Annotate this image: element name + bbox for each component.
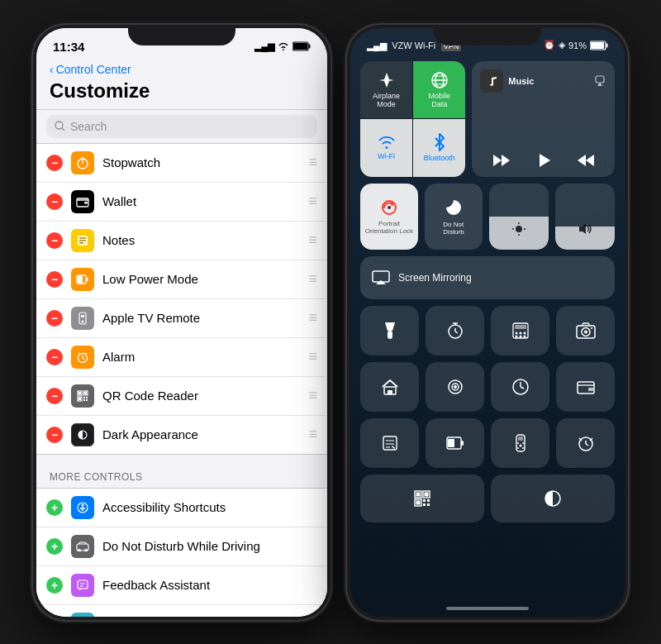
item-label: Feedback Assistant [102, 578, 317, 592]
svg-rect-57 [591, 42, 604, 49]
flashlight-tile[interactable] [360, 306, 419, 355]
list-item[interactable]: − Dark Appearance ≡ [36, 416, 327, 454]
remove-button[interactable]: − [46, 193, 63, 210]
volume-slider[interactable] [555, 184, 615, 250]
focus-tile[interactable] [426, 362, 484, 412]
list-item[interactable]: + Feedback Assistant [36, 566, 327, 605]
rewind-icon[interactable] [493, 154, 510, 167]
add-button[interactable]: + [46, 577, 63, 594]
timer-tile[interactable] [426, 306, 484, 355]
drag-handle[interactable]: ≡ [308, 426, 317, 443]
remove-button[interactable]: − [46, 232, 63, 249]
add-button[interactable]: + [46, 616, 63, 617]
dark-mode-tile[interactable] [491, 475, 615, 522]
svg-point-92 [519, 335, 521, 337]
list-item[interactable]: − Wallet ≡ [36, 183, 327, 222]
list-item[interactable]: − Stopwatch ≡ [36, 144, 327, 183]
svg-line-105 [521, 387, 524, 389]
dnd-driving-icon [71, 535, 94, 558]
calculator-icon [511, 322, 530, 340]
rotation-lock-tile[interactable]: PortraitOrientation Lock [360, 184, 418, 250]
fastforward-icon[interactable] [578, 154, 594, 167]
camera-tile[interactable] [556, 306, 615, 355]
back-button[interactable]: ‹ Control Center [50, 63, 314, 76]
silent-button[interactable] [347, 25, 350, 48]
drag-handle[interactable]: ≡ [308, 309, 317, 327]
search-placeholder: Search [70, 120, 107, 133]
clock-tile[interactable] [491, 362, 549, 412]
alarm-tile[interactable] [556, 418, 615, 468]
remove-button[interactable]: − [46, 427, 63, 443]
cellular-tile[interactable]: Mobile Data [413, 61, 465, 119]
svg-point-71 [388, 206, 391, 209]
svg-point-42 [84, 549, 88, 551]
included-section: − Stopwatch ≡ − [36, 143, 327, 455]
list-item[interactable]: − QR Code Reader ≡ [36, 377, 327, 416]
wallet-tile[interactable] [556, 362, 615, 412]
apple-tv-icon [71, 307, 94, 330]
play-icon[interactable] [535, 152, 552, 169]
airplane-mode-tile[interactable]: Airplane Mode [360, 61, 412, 119]
remove-button[interactable]: − [46, 310, 63, 327]
battery-percent: 91% [568, 41, 587, 50]
svg-point-72 [516, 226, 522, 232]
wifi-tile[interactable]: Wi-Fi [360, 119, 412, 177]
drag-handle[interactable]: ≡ [308, 270, 317, 288]
guided-access-icon [71, 613, 94, 617]
alarm-status: ⏰ [544, 40, 555, 50]
wallet-icon [71, 190, 94, 213]
list-item[interactable]: + Do Not Disturb While Driving [36, 527, 327, 566]
status-time: 11:34 [53, 40, 84, 54]
remove-button[interactable]: − [46, 271, 63, 288]
svg-line-124 [586, 444, 588, 446]
svg-rect-16 [78, 276, 83, 283]
low-power-icon [71, 268, 94, 291]
drag-handle[interactable]: ≡ [308, 154, 317, 171]
dnd-tile[interactable]: Do NotDisturb [425, 184, 483, 250]
cc-row-4 [360, 306, 615, 355]
bluetooth-icon [434, 133, 445, 151]
svg-point-90 [523, 332, 525, 334]
svg-rect-56 [606, 43, 608, 47]
list-item[interactable]: − Alarm ≡ [36, 338, 327, 377]
settings-scroll[interactable]: − Stopwatch ≡ − [36, 143, 327, 617]
add-button[interactable]: + [46, 538, 63, 555]
svg-marker-79 [385, 322, 395, 331]
home-tile[interactable] [360, 362, 419, 412]
settings-screen: 11:34 ▂▄▆ ‹ Control C [36, 28, 327, 617]
drag-handle[interactable]: ≡ [308, 231, 317, 249]
add-button[interactable]: + [46, 499, 63, 516]
remove-button[interactable]: − [46, 388, 63, 404]
battery-icon-cc [590, 41, 608, 50]
airplay-icon[interactable] [593, 74, 606, 88]
calculator-tile[interactable] [491, 306, 549, 355]
svg-rect-32 [86, 397, 88, 398]
remote-tile[interactable] [491, 418, 549, 468]
drag-handle[interactable]: ≡ [308, 193, 317, 210]
cc-row-2: PortraitOrientation Lock Do NotDisturb [360, 184, 615, 250]
list-item[interactable]: − Low Power Mode ≡ [36, 260, 327, 299]
battery-tile[interactable] [426, 418, 484, 468]
bluetooth-tile[interactable]: Bluetooth [413, 119, 465, 177]
remove-button[interactable]: − [46, 155, 63, 171]
list-item[interactable]: − Notes ≡ [36, 222, 327, 260]
status-icons: ▂▄▆ [254, 41, 311, 53]
svg-point-118 [517, 442, 519, 444]
nav-bar: ‹ Control Center Customize [36, 60, 327, 110]
drag-handle[interactable]: ≡ [308, 387, 317, 404]
notch [128, 25, 235, 45]
screen-mirroring-tile[interactable]: Screen Mirroring [360, 256, 615, 299]
svg-point-97 [591, 327, 592, 329]
silent-button[interactable] [33, 25, 36, 48]
notes-tile[interactable] [360, 418, 419, 468]
search-bar[interactable]: Search [46, 115, 317, 138]
remove-button[interactable]: − [46, 349, 63, 365]
qr-scanner-tile[interactable] [360, 475, 484, 522]
stopwatch-icon [71, 151, 94, 174]
svg-rect-28 [84, 392, 87, 394]
drag-handle[interactable]: ≡ [308, 348, 317, 365]
brightness-slider[interactable] [489, 184, 549, 250]
list-item[interactable]: − Apple TV Remote ≡ [36, 299, 327, 338]
list-item[interactable]: + Accessibility Shortcuts [36, 489, 327, 527]
music-tile[interactable]: Music [472, 61, 615, 177]
